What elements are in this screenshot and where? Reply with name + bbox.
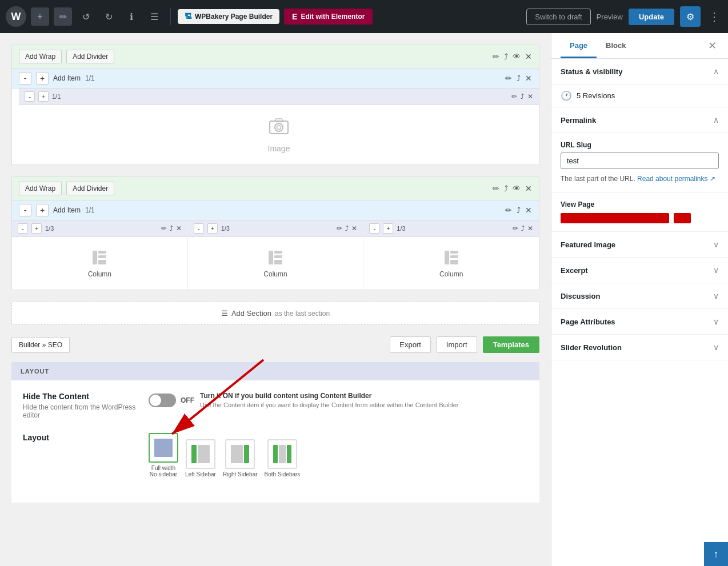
col-1-share-icon[interactable]: ⤴: [170, 224, 173, 232]
page-attributes-section: Page Attributes ∨: [551, 309, 728, 335]
excerpt-header[interactable]: Excerpt ∨: [551, 258, 728, 283]
url-slug-desc: The last part of the URL. Read about per…: [561, 174, 719, 184]
add-wrap-button-2[interactable]: Add Wrap: [19, 182, 62, 195]
add-divider-button-1[interactable]: Add Divider: [66, 50, 114, 63]
add-wrap-button-1[interactable]: Add Wrap: [19, 50, 62, 63]
section-2-edit-icon[interactable]: ✏: [493, 184, 499, 193]
switch-to-draft-button[interactable]: Switch to draft: [526, 9, 590, 25]
layout-option-both-sidebars[interactable]: Both Sidebars: [265, 439, 301, 477]
layout-option-fullwidth[interactable]: Full widthNo sidebar: [149, 433, 178, 477]
row-2-edit-icon[interactable]: ✏: [505, 206, 512, 215]
row-2-plus-button[interactable]: +: [36, 204, 49, 216]
col-2-minus[interactable]: -: [194, 223, 204, 234]
col-2-plus[interactable]: +: [207, 223, 218, 234]
col-3-plus[interactable]: +: [383, 223, 393, 234]
subrow-close-icon[interactable]: ✕: [527, 93, 533, 101]
hide-content-sublabel: Hide the content from the WordPress edit…: [23, 403, 137, 419]
col-3-close-icon[interactable]: ✕: [527, 224, 533, 232]
update-button[interactable]: Update: [629, 9, 674, 25]
edit-icon[interactable]: ✏: [54, 7, 72, 26]
section-2-share-icon[interactable]: ⤴: [504, 184, 508, 193]
row-1-fraction: 1/1: [85, 74, 95, 82]
discussion-header[interactable]: Discussion ∨: [551, 283, 728, 308]
col-3-share-icon[interactable]: ⤴: [521, 224, 525, 232]
url-slug-input[interactable]: [561, 152, 719, 169]
import-button[interactable]: Import: [437, 336, 477, 353]
section-2-icons: ✏ ⤴ 👁 ✕: [493, 184, 532, 193]
more-options-icon[interactable]: ⋮: [706, 10, 722, 23]
hide-content-row: Hide The Content Hide the content from t…: [23, 392, 528, 419]
row-2-add-item-button[interactable]: Add Item: [53, 206, 81, 214]
permalink-header[interactable]: Permalink ∧: [551, 107, 728, 133]
tab-page[interactable]: Page: [561, 33, 597, 58]
view-page-link-part1[interactable]: [561, 213, 669, 223]
revisions-row[interactable]: 🕐 5 Revisions: [551, 85, 728, 107]
col-1-minus[interactable]: -: [18, 223, 28, 234]
section-2-eye-icon[interactable]: 👁: [513, 184, 521, 193]
scroll-to-top-button[interactable]: ↑: [704, 542, 728, 566]
add-section-bar[interactable]: ☰ Add Section as the last section: [11, 302, 539, 325]
permalink-chevron: ∧: [713, 115, 719, 125]
row-1-share-icon[interactable]: ⤴: [517, 74, 521, 83]
subrow-plus-button[interactable]: +: [38, 91, 49, 102]
col-2-close-icon[interactable]: ✕: [351, 224, 357, 232]
redo-icon[interactable]: ↻: [99, 7, 118, 26]
list-icon[interactable]: ☰: [145, 7, 163, 26]
row-2-minus-button[interactable]: -: [19, 204, 31, 216]
featured-image-header[interactable]: Featured image ∨: [551, 232, 728, 257]
undo-icon[interactable]: ↺: [77, 7, 95, 26]
slider-revolution-header[interactable]: Slider Revolution ∨: [551, 335, 728, 360]
col-1-plus[interactable]: +: [31, 223, 42, 234]
add-icon[interactable]: +: [31, 7, 49, 26]
add-divider-button-2[interactable]: Add Divider: [66, 182, 114, 195]
section-1-close-icon[interactable]: ✕: [525, 52, 532, 61]
elementor-button[interactable]: E Edit with Elementor: [284, 9, 373, 25]
panel-close-button[interactable]: ✕: [706, 33, 719, 58]
section-1-share-icon[interactable]: ⤴: [504, 52, 508, 61]
excerpt-chevron: ∨: [713, 266, 719, 275]
col-1-edit-icon[interactable]: ✏: [161, 224, 167, 232]
subrow-share-icon[interactable]: ⤴: [521, 93, 524, 101]
col-2-edit-icon[interactable]: ✏: [337, 224, 342, 232]
row-1-edit-icon[interactable]: ✏: [505, 74, 512, 83]
row-1-close-icon[interactable]: ✕: [525, 74, 532, 83]
status-visibility-chevron: ∧: [713, 67, 719, 76]
url-slug-label: URL Slug: [561, 141, 719, 149]
wpbakery-button[interactable]: 🏗 WPBakery Page Builder: [178, 9, 279, 24]
export-button[interactable]: Export: [390, 336, 431, 353]
row-2-close-icon[interactable]: ✕: [525, 206, 532, 215]
subrow-minus-button[interactable]: -: [25, 91, 35, 102]
layout-option-fullwidth-box: [149, 433, 178, 463]
toggle-wrap[interactable]: OFF: [149, 394, 194, 407]
col-3-edit-icon[interactable]: ✏: [513, 224, 518, 232]
layout-option-left-sidebar[interactable]: Left Sidebar: [185, 439, 216, 477]
info-icon[interactable]: ℹ: [122, 7, 141, 26]
section-1-eye-icon[interactable]: 👁: [513, 52, 521, 61]
section-1-edit-icon[interactable]: ✏: [493, 52, 499, 61]
subrow-edit-icon[interactable]: ✏: [511, 93, 517, 101]
section-2-close-icon[interactable]: ✕: [525, 184, 532, 193]
hide-content-toggle[interactable]: [149, 394, 176, 407]
status-visibility-header[interactable]: Status & visibility ∧: [551, 59, 728, 84]
wp-logo[interactable]: W: [6, 6, 26, 27]
tab-block[interactable]: Block: [597, 33, 635, 58]
page-attributes-header[interactable]: Page Attributes ∨: [551, 309, 728, 334]
builder-seo-button[interactable]: Builder » SEO: [11, 337, 70, 353]
row-1-add-item-button[interactable]: Add Item: [53, 74, 81, 82]
templates-button[interactable]: Templates: [483, 336, 539, 353]
col-2-share-icon[interactable]: ⤴: [345, 224, 349, 232]
row-2-share-icon[interactable]: ⤴: [517, 206, 521, 215]
read-about-permalinks-link[interactable]: Read about permalinks ↗: [637, 175, 715, 183]
row-1-plus-button[interactable]: +: [36, 72, 49, 85]
hide-content-label: Hide The Content: [23, 392, 137, 401]
row-1-minus-button[interactable]: -: [19, 72, 31, 85]
image-label: Image: [268, 144, 290, 153]
col-1-close-icon[interactable]: ✕: [176, 224, 182, 232]
settings-icon[interactable]: ⚙: [680, 6, 701, 27]
layout-option-right-sidebar[interactable]: Right Sidebar: [223, 439, 258, 477]
layout-options: Full widthNo sidebar Left: [149, 433, 300, 477]
preview-button[interactable]: Preview: [597, 13, 623, 21]
column-3-content: Column: [363, 237, 539, 290]
add-section-icon: ☰: [221, 309, 228, 318]
col-3-minus[interactable]: -: [369, 223, 379, 234]
